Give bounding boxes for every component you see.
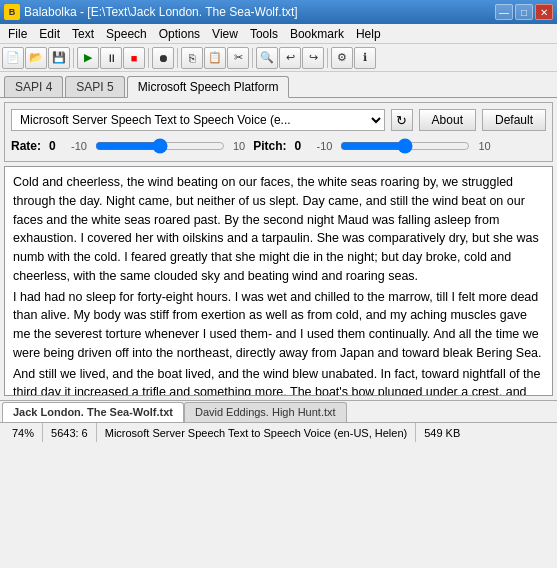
toolbar-separator-3 — [177, 48, 178, 68]
stop-button[interactable]: ■ — [123, 47, 145, 69]
status-filesize: 549 KB — [416, 423, 553, 442]
bottom-tab-seawolf[interactable]: Jack London. The Sea-Wolf.txt — [2, 402, 184, 422]
toolbar-separator-1 — [73, 48, 74, 68]
voice-select[interactable]: Microsoft Server Speech Text to Speech V… — [11, 109, 385, 131]
bottom-tab-highhunt[interactable]: David Eddings. High Hunt.txt — [184, 402, 347, 422]
pitch-slider[interactable] — [340, 137, 470, 155]
settings-button[interactable]: ⚙ — [331, 47, 353, 69]
toolbar: 📄 📂 💾 ▶ ⏸ ■ ⏺ ⎘ 📋 ✂ 🔍 ↩ ↪ ⚙ ℹ — [0, 44, 557, 72]
rate-label: Rate: — [11, 139, 41, 153]
undo-button[interactable]: ↩ — [279, 47, 301, 69]
tab-sapi4[interactable]: SAPI 4 — [4, 76, 63, 97]
menu-speech[interactable]: Speech — [100, 25, 153, 43]
tts-tabs: SAPI 4 SAPI 5 Microsoft Speech Platform — [0, 72, 557, 98]
tts-panel: Microsoft Server Speech Text to Speech V… — [4, 102, 553, 162]
status-percent: 74% — [4, 423, 43, 442]
menu-text[interactable]: Text — [66, 25, 100, 43]
rate-min: -10 — [71, 140, 87, 152]
pitch-max: 10 — [478, 140, 490, 152]
sliders-row: Rate: 0 -10 10 Pitch: 0 -10 10 — [11, 137, 546, 155]
title-text: Balabolka - [E:\Text\Jack London. The Se… — [24, 5, 298, 19]
info-button[interactable]: ℹ — [354, 47, 376, 69]
pitch-min: -10 — [317, 140, 333, 152]
default-button[interactable]: Default — [482, 109, 546, 131]
status-voice: Microsoft Server Speech Text to Speech V… — [97, 423, 416, 442]
open-button[interactable]: 📂 — [25, 47, 47, 69]
new-button[interactable]: 📄 — [2, 47, 24, 69]
menu-file[interactable]: File — [2, 25, 33, 43]
app-icon: B — [4, 4, 20, 20]
refresh-button[interactable]: ↻ — [391, 109, 413, 131]
tts-voice-row: Microsoft Server Speech Text to Speech V… — [11, 109, 546, 131]
text-editor[interactable]: Cold and cheerless, the wind beating on … — [4, 166, 553, 396]
about-button[interactable]: About — [419, 109, 476, 131]
close-button[interactable]: ✕ — [535, 4, 553, 20]
status-bar: 74% 5643: 6 Microsoft Server Speech Text… — [0, 422, 557, 442]
copy-button[interactable]: ⎘ — [181, 47, 203, 69]
menu-edit[interactable]: Edit — [33, 25, 66, 43]
title-bar: B Balabolka - [E:\Text\Jack London. The … — [0, 0, 557, 24]
redo-button[interactable]: ↪ — [302, 47, 324, 69]
menu-bar: File Edit Text Speech Options View Tools… — [0, 24, 557, 44]
tab-sapi5[interactable]: SAPI 5 — [65, 76, 124, 97]
toolbar-separator-2 — [148, 48, 149, 68]
minimize-button[interactable]: — — [495, 4, 513, 20]
menu-tools[interactable]: Tools — [244, 25, 284, 43]
cut-button[interactable]: ✂ — [227, 47, 249, 69]
save-button[interactable]: 💾 — [48, 47, 70, 69]
toolbar-separator-4 — [252, 48, 253, 68]
pause-button[interactable]: ⏸ — [100, 47, 122, 69]
title-bar-left: B Balabolka - [E:\Text\Jack London. The … — [4, 4, 298, 20]
menu-help[interactable]: Help — [350, 25, 387, 43]
rate-value: 0 — [49, 139, 63, 153]
toolbar-separator-5 — [327, 48, 328, 68]
menu-options[interactable]: Options — [153, 25, 206, 43]
paste-button[interactable]: 📋 — [204, 47, 226, 69]
status-position: 5643: 6 — [43, 423, 97, 442]
pitch-value: 0 — [295, 139, 309, 153]
rate-max: 10 — [233, 140, 245, 152]
menu-bookmark[interactable]: Bookmark — [284, 25, 350, 43]
pitch-label: Pitch: — [253, 139, 286, 153]
bottom-tabs: Jack London. The Sea-Wolf.txt David Eddi… — [0, 400, 557, 422]
play-button[interactable]: ▶ — [77, 47, 99, 69]
tab-microsoft-speech[interactable]: Microsoft Speech Platform — [127, 76, 290, 98]
title-buttons: — □ ✕ — [495, 4, 553, 20]
maximize-button[interactable]: □ — [515, 4, 533, 20]
menu-view[interactable]: View — [206, 25, 244, 43]
rate-slider[interactable] — [95, 137, 225, 155]
find-button[interactable]: 🔍 — [256, 47, 278, 69]
record-button[interactable]: ⏺ — [152, 47, 174, 69]
